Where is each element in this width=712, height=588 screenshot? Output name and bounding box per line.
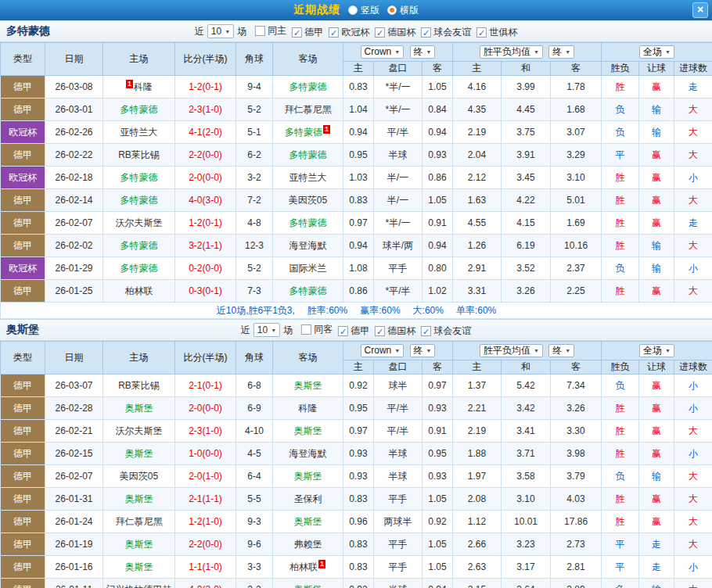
layout-option-label: 竖版 [361, 4, 379, 17]
team-name: 多特蒙德 [289, 149, 327, 160]
corners-cell: 4-10 [236, 420, 273, 443]
match-row: 德甲26-01-19奥斯堡2-2(0-0)9-6弗赖堡0.83平手1.052.6… [1, 533, 712, 556]
avg-stage-value: 终 [552, 344, 562, 357]
avg-stage-select[interactable]: 终▼ [548, 344, 574, 357]
avg-type-select[interactable]: 胜平负均值▼ [480, 344, 543, 357]
result-handicap: 输 [639, 465, 674, 488]
avg-stage-select[interactable]: 终▼ [548, 45, 574, 59]
team-name: 奥斯堡 [294, 425, 322, 436]
recent-count-select[interactable]: 10▼ [254, 323, 280, 337]
team-name: 多特蒙德 [289, 81, 327, 92]
summary-stat: 赢率:60% [360, 305, 400, 316]
result-handicap: 赢 [639, 488, 674, 511]
odds-stage-select[interactable]: 终▼ [410, 344, 436, 357]
match-row: 德甲26-01-11门兴格拉德巴赫4-0(2-0)2-2奥斯堡0.92半球0.9… [1, 579, 712, 588]
score-cell: 4-0(3-0) [175, 189, 236, 212]
checkbox-icon[interactable]: ✓ [338, 326, 348, 336]
corners-cell: 3-2 [236, 167, 273, 189]
odds-home: 0.94 [343, 235, 374, 257]
odds-stage-select[interactable]: 终▼ [410, 45, 436, 59]
league-cell: 德甲 [1, 280, 45, 303]
corners-cell: 9-4 [236, 76, 273, 99]
avg-type-select[interactable]: 胜平负均值▼ [480, 45, 543, 59]
odds-away: 0.92 [423, 511, 453, 533]
company-select-value: Crown [365, 46, 392, 57]
home-team-cell: 奥斯堡 [103, 488, 175, 511]
recent-count-select[interactable]: 10▼ [207, 24, 234, 38]
sub-header-goals-result: 进球数 [674, 360, 712, 375]
filter-check-德国杯[interactable]: ✓德国杯 [375, 324, 415, 338]
match-date: 26-01-24 [45, 511, 103, 533]
corners-cell: 7-2 [236, 189, 273, 212]
company-select[interactable]: Crown▼ [361, 344, 405, 357]
match-date: 26-02-26 [45, 121, 103, 144]
match-rows: 德甲26-03-081科隆1-2(0-1)9-4多特蒙德0.83*半/一1.05… [1, 76, 712, 319]
layout-option-horizontal[interactable]: 横版 [387, 4, 419, 17]
filter-check-世俱杯[interactable]: ✓世俱杯 [476, 26, 517, 39]
checkbox-icon[interactable] [301, 324, 311, 335]
checkbox-icon[interactable]: ✓ [421, 326, 431, 336]
odds-away: 1.05 [423, 76, 453, 99]
corners-cell: 5-1 [236, 121, 273, 144]
filter-check-同客[interactable]: 同客 [301, 323, 333, 336]
away-team-cell: 多特蒙德 [273, 76, 343, 99]
away-team-cell: 多特蒙德 [273, 280, 343, 303]
result-handicap: 输 [639, 99, 674, 121]
odds-away: 0.94 [423, 579, 453, 588]
section-dortmund: 多特蒙德 近 10▼ 场 同主✓德甲✓欧冠杯✓德国杯✓球会友谊✓世俱杯 类型 日… [0, 20, 712, 319]
filter-check-德甲[interactable]: ✓德甲 [338, 324, 369, 338]
summary-stat: 大:60% [413, 305, 444, 316]
match-date: 26-02-15 [45, 443, 103, 465]
radio-icon[interactable] [387, 5, 397, 15]
layout-option-vertical[interactable]: 竖版 [348, 4, 379, 17]
checkbox-icon[interactable]: ✓ [292, 27, 302, 38]
league-cell: 德甲 [1, 443, 45, 465]
league-cell: 欧冠杯 [1, 257, 45, 280]
summary-stat: 胜率:60% [307, 305, 347, 316]
handicap: 平/半 [374, 121, 423, 144]
summary-lead: 近10场,胜6平1负3, [217, 305, 295, 316]
column-header-home: 主场 [103, 43, 175, 76]
avg-home: 1.26 [453, 235, 502, 257]
avg-draw: 10.01 [502, 511, 551, 533]
filter-check-德国杯[interactable]: ✓德国杯 [375, 26, 415, 39]
checkbox-icon[interactable] [255, 26, 265, 36]
checkbox-label: 世俱杯 [489, 26, 517, 39]
checkbox-icon[interactable]: ✓ [421, 27, 431, 38]
filter-check-球会友谊[interactable]: ✓球会友谊 [421, 324, 471, 338]
match-row: 德甲26-01-25柏林联0-3(0-1)7-3多特蒙德0.86*平/半1.02… [1, 280, 712, 303]
filter-check-球会友谊[interactable]: ✓球会友谊 [421, 26, 471, 39]
avg-draw: 5.42 [502, 375, 551, 397]
avg-away: 3.89 [551, 579, 602, 588]
away-team-cell: 奥斯堡 [273, 465, 343, 488]
checkbox-icon[interactable]: ✓ [375, 326, 385, 336]
result-handicap: 赢 [639, 280, 674, 303]
filter-check-德甲[interactable]: ✓德甲 [292, 26, 323, 39]
scope-select[interactable]: 全场▼ [639, 45, 674, 59]
scope-select[interactable]: 全场▼ [639, 344, 674, 357]
home-team-cell: 1科隆 [103, 76, 175, 99]
chevron-down-icon: ▼ [271, 328, 276, 333]
avg-home: 1.12 [453, 511, 502, 533]
league-cell: 德甲 [1, 488, 45, 511]
avg-away: 2.73 [551, 533, 602, 556]
match-row: 德甲26-01-16奥斯堡1-1(1-0)3-3柏林联10.83平手1.052.… [1, 556, 712, 579]
odds-away: 1.05 [423, 189, 453, 212]
close-button[interactable]: × [692, 2, 708, 18]
filter-check-同主[interactable]: 同主 [255, 24, 286, 38]
company-select[interactable]: Crown▼ [361, 45, 405, 59]
filter-check-欧冠杯[interactable]: ✓欧冠杯 [329, 26, 369, 39]
filter-bar: 近 10▼ 场 同客✓德甲✓德国杯✓球会友谊 [241, 323, 471, 338]
away-team-cell: 奥斯堡 [273, 375, 343, 397]
matches-table: 类型 日期 主场 比分(半场) 角球 客场 Crown▼ 终▼ 胜平负均值▼ 终… [0, 341, 712, 588]
radio-icon[interactable] [348, 5, 358, 15]
corners-cell: 12-3 [236, 235, 273, 257]
sub-header-handicap-result: 让球 [639, 62, 674, 76]
checkbox-icon[interactable]: ✓ [375, 27, 385, 38]
avg-draw: 6.19 [502, 235, 551, 257]
handicap: 两球半 [374, 511, 423, 533]
checkbox-icon[interactable]: ✓ [329, 27, 339, 38]
league-cell: 德甲 [1, 556, 45, 579]
checkbox-icon[interactable]: ✓ [476, 27, 487, 38]
result-handicap: 赢 [639, 144, 674, 167]
